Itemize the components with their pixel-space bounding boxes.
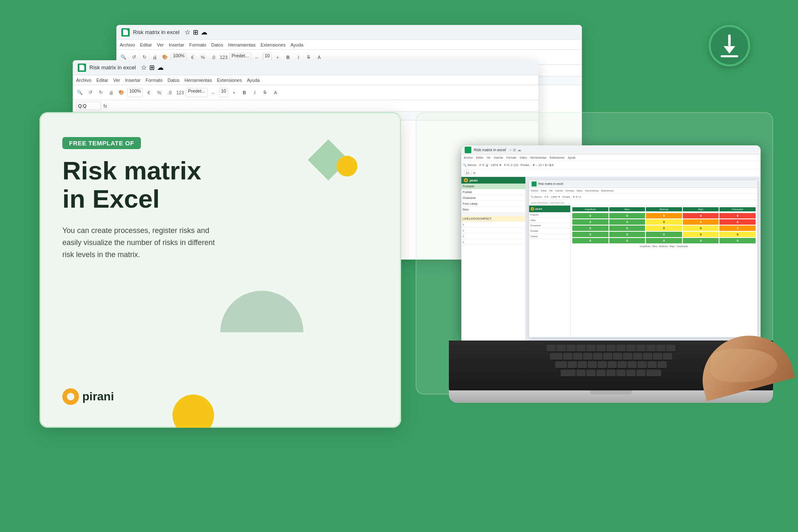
laptop-menu-datos: Datos [520, 156, 527, 159]
kb-key [646, 370, 661, 377]
kb-key [598, 361, 607, 369]
toolbar-euro-mid: € [144, 88, 153, 97]
toolbar-minus-mid: – [209, 88, 218, 97]
toolbar-123-mid: 123 [175, 88, 185, 97]
rm-cell-u4: 0 [683, 238, 719, 243]
menu-editar-back: Editar [140, 42, 152, 47]
sheet-row-d1: 1 [461, 222, 525, 228]
legend-catastrophic: Catastrophic [677, 245, 688, 248]
rm-cell-o3: 0 [646, 226, 682, 231]
kb-key [576, 370, 586, 377]
laptop-ss-bg: Risk matrix in excel ☆ ⊞ ☁ Archivo Edita… [461, 145, 761, 341]
inner-menu-edit: Editar [541, 189, 547, 192]
menu-formato-mid: Formato [145, 78, 163, 83]
kb-key [653, 353, 662, 360]
titlebar-middle: Risk matrix in excel ☆ ⊞ ☁ [73, 60, 538, 75]
sheet-row-1: Probable [461, 184, 525, 189]
card-circle-yellow [337, 156, 357, 177]
inner-row-occasional: Occasional [529, 223, 570, 228]
toolbar-percent-mid: % [155, 88, 164, 97]
laptop-outer-header: Risk matrix in excel ☆ ⊞ ☁ [461, 145, 761, 154]
laptop-left-sidebar: pirani Probable Posible Ocasional Poco L… [461, 177, 526, 341]
rm-cell-l3: 0 [646, 219, 682, 225]
arrow-line [721, 55, 738, 57]
cloud-icon-back: ☁ [201, 28, 207, 36]
rm-row-frequent: 0 0 8 8 8 [572, 213, 756, 218]
cell-ref-middle[interactable] [76, 102, 101, 110]
inner-menu-fmt: Formato [566, 189, 574, 192]
kb-key [596, 345, 606, 352]
laptop-sheet-title: Risk matrix in excel [474, 148, 506, 152]
inner-spreadsheet-window: Risk matrix in excel Archivo Editar Ver … [529, 180, 757, 337]
download-button[interactable] [709, 25, 750, 66]
kb-key [638, 361, 647, 369]
inner-menu-datos: Datos [576, 189, 582, 192]
rm-cell-p4: 0 [683, 232, 719, 237]
toolbar-search-mid: 🔍 [75, 88, 84, 97]
kb-key [613, 353, 622, 360]
rm-cell-u2: 0 [609, 238, 645, 243]
pirani-logo: pirani [62, 388, 114, 405]
kb-key [628, 361, 637, 369]
toolbar-undo-mid: ↺ [86, 88, 95, 97]
pirani-header: pirani [461, 177, 525, 184]
toolbar-decimal-mid: .0 [165, 88, 174, 97]
legend-major: Major [670, 245, 675, 248]
toolbar-italic-mid: I [250, 88, 259, 97]
toolbar-middle: 🔍 ↺ ↻ 🖨 🎨 100% € % .0 123 Predet... – 10… [73, 85, 538, 100]
risk-matrix-container: Insignificant Minor Moderate Major Catas… [571, 206, 757, 337]
rm-cell-u1: 0 [572, 238, 608, 243]
kb-key [633, 353, 642, 360]
download-arrow-icon [721, 34, 738, 57]
kb-key [636, 345, 645, 352]
folder-icon-middle: ⊞ [149, 64, 155, 71]
menu-archivo-mid: Archivo [76, 78, 91, 83]
kb-key [561, 370, 576, 377]
menu-datos-back: Datos [211, 42, 223, 47]
legend-minor: Minor [653, 245, 658, 248]
kb-key [596, 370, 606, 377]
rm-cell-o2: 0 [609, 226, 645, 231]
sheets-icon-back [121, 28, 130, 37]
toolbar-redo-mid: ↻ [96, 88, 105, 97]
menu-bar-back: Archivo Editar Ver Insertar Formato Dato… [116, 40, 582, 50]
laptop-cell-ref: A1 [464, 171, 472, 175]
kb-key [593, 353, 602, 360]
toolbar-paint-mid: 🎨 [117, 88, 126, 97]
kb-key [606, 370, 616, 377]
rm-cell-p3: 0 [646, 232, 682, 237]
laptop-menu-editar: Editar [476, 156, 483, 159]
kb-key [573, 353, 582, 360]
rm-cell-o5: 0 [719, 226, 756, 231]
menu-archivo-back: Archivo [120, 42, 135, 47]
kb-key [563, 353, 572, 360]
inner-menu-ver: Ver [549, 189, 553, 192]
kb-key [616, 345, 626, 352]
inner-menu-bar: Archivo Editar Ver Insertar Formato Dato… [529, 188, 757, 194]
sheet-row-4: Poco Likely [461, 201, 525, 207]
menu-bar-middle: Archivo Editar Ver Insertar Formato Dato… [73, 75, 538, 85]
inner-ss-title: Risk matrix in excel [538, 182, 563, 185]
cloud-icon-middle: ☁ [157, 64, 164, 71]
laptop-notch [590, 390, 632, 395]
sheet-row-d3: 1 [461, 233, 525, 239]
menu-extensiones-mid: Extensiones [217, 78, 242, 83]
folder-icon-back: ⊞ [193, 28, 198, 36]
kb-key [616, 370, 626, 377]
main-description: You can create processes, register risks… [62, 225, 220, 260]
menu-editar-mid: Editar [96, 78, 108, 83]
laptop-formula-bar: A1 fx [461, 169, 761, 177]
menu-datos-mid: Datos [167, 78, 180, 83]
pirani-logo-tiny [464, 178, 468, 182]
window-title-middle: Risk matrix in excel [89, 64, 136, 71]
rm-cell-f5: 8 [719, 213, 756, 218]
rm-col-insignificant: Insignificant [572, 207, 608, 211]
laptop-screen: Risk matrix in excel ☆ ⊞ ☁ Archivo Edita… [461, 145, 761, 341]
inner-content: pirani Frequent Likely Occasional Possib… [529, 206, 757, 337]
kb-key [618, 361, 627, 369]
inner-left-sidebar: pirani Frequent Likely Occasional Possib… [529, 206, 571, 337]
laptop-menu-formato: Formato [506, 156, 516, 159]
inner-pirani-header: pirani [529, 206, 570, 212]
kb-key [626, 370, 635, 377]
rm-cell-p5: 0 [719, 232, 756, 237]
